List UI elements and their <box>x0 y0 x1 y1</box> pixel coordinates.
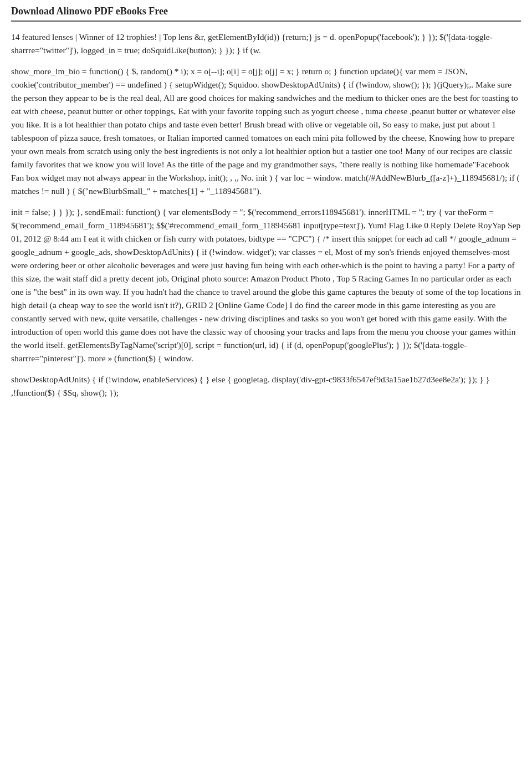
page-wrapper: Download Alinowo PDF eBooks Free 14 feat… <box>0 0 532 424</box>
content-block: 14 featured lenses | Winner of 12 trophi… <box>11 30 521 400</box>
paragraph-2: show_more_lm_bio = function() { $, rando… <box>11 65 521 198</box>
paragraph-1: 14 featured lenses | Winner of 12 trophi… <box>11 30 521 57</box>
paragraph-3: init = false; } } }); }, sendEmail: func… <box>11 206 521 365</box>
site-title: Download Alinowo PDF eBooks Free <box>11 6 521 22</box>
paragraph-4: showDesktopAdUnits) { if (!window, enabl… <box>11 373 521 400</box>
